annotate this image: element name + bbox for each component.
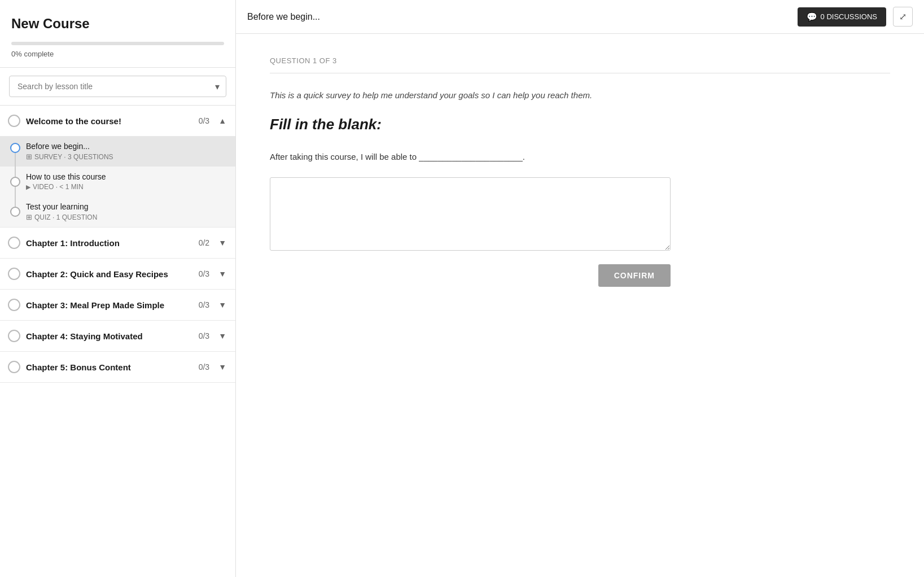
lesson-type-label-2: VIDEO · < 1 MIN: [33, 183, 84, 191]
chapter-name-ch2: Chapter 2: Quick and Easy Recipes: [26, 269, 193, 279]
chevron-down-icon-ch2: ▼: [218, 269, 226, 278]
chapter-item-ch3: Chapter 3: Meal Prep Made Simple 0/3 ▼: [0, 290, 235, 321]
lesson-item-test-your-learning[interactable]: Test your learning ⊞ QUIZ · 1 QUESTION: [0, 196, 235, 227]
lesson-line-col-1: [9, 136, 21, 167]
question-text: After taking this course, I will be able…: [270, 150, 890, 164]
chapter-progress-ch2: 0/3: [199, 269, 209, 278]
chapter-header-ch5[interactable]: Chapter 5: Bonus Content 0/3 ▼: [0, 352, 235, 382]
lesson-meta-before-we-begin: ⊞ SURVEY · 3 QUESTIONS: [26, 152, 226, 161]
chapter-name-ch4: Chapter 4: Staying Motivated: [26, 331, 193, 341]
chapter-header-ch1[interactable]: Chapter 1: Introduction 0/2 ▼: [0, 228, 235, 258]
chapter-name-ch1: Chapter 1: Introduction: [26, 238, 193, 248]
lesson-line-col-2: [9, 167, 21, 196]
chapter-list: Welcome to the course! 0/3 ▲ Before we b…: [0, 106, 235, 577]
chapter-name-ch5: Chapter 5: Bonus Content: [26, 362, 193, 372]
question-counter: QUESTION 1 OF 3: [270, 56, 890, 65]
welcome-lessons: Before we begin... ⊞ SURVEY · 3 QUESTION…: [0, 136, 235, 227]
chapter-progress-ch3: 0/3: [199, 300, 209, 309]
lesson-text-test-your-learning: Test your learning ⊞ QUIZ · 1 QUESTION: [26, 196, 226, 227]
chapter-header-ch4[interactable]: Chapter 4: Staying Motivated 0/3 ▼: [0, 321, 235, 351]
course-title: New Course: [11, 16, 224, 32]
chevron-up-icon: ▲: [218, 116, 226, 125]
discussions-button[interactable]: 💬 0 DISCUSSIONS: [798, 7, 886, 27]
chapter-progress-ch1: 0/2: [199, 238, 209, 247]
lesson-dot-3: [10, 207, 20, 217]
answer-textarea[interactable]: [270, 177, 671, 251]
lesson-type-label-3: QUIZ · 1 QUESTION: [34, 213, 97, 221]
chapter-circle-welcome: [8, 115, 20, 127]
v-seg-top-2: [15, 167, 16, 177]
lesson-dot-1: [10, 143, 20, 153]
chapter-item-ch5: Chapter 5: Bonus Content 0/3 ▼: [0, 352, 235, 383]
main-content: Before we begin... 💬 0 DISCUSSIONS ⤢ QUE…: [236, 0, 924, 577]
chevron-down-icon-ch5: ▼: [218, 362, 226, 371]
question-instruction: This is a quick survey to help me unders…: [270, 89, 890, 102]
v-seg-3: [15, 217, 16, 227]
v-seg-2: [15, 187, 16, 197]
confirm-row: CONFIRM: [270, 264, 671, 287]
lesson-line-col-3: [9, 196, 21, 227]
confirm-button[interactable]: CONFIRM: [598, 264, 671, 287]
chapter-header-ch3[interactable]: Chapter 3: Meal Prep Made Simple 0/3 ▼: [0, 290, 235, 320]
discussions-label: 0 DISCUSSIONS: [821, 12, 877, 21]
video-icon: ▶: [26, 183, 30, 191]
quiz-icon: ⊞: [26, 213, 32, 221]
chevron-down-icon-ch4: ▼: [218, 331, 226, 340]
chapter-circle-ch2: [8, 268, 20, 280]
progress-bar-container: [11, 42, 224, 45]
chapter-name-ch3: Chapter 3: Meal Prep Made Simple: [26, 300, 193, 310]
chapter-header-welcome[interactable]: Welcome to the course! 0/3 ▲: [0, 106, 235, 136]
chat-icon: 💬: [807, 12, 817, 22]
lesson-item-before-we-begin[interactable]: Before we begin... ⊞ SURVEY · 3 QUESTION…: [0, 136, 235, 167]
chapter-circle-ch1: [8, 237, 20, 249]
chapter-item-ch2: Chapter 2: Quick and Easy Recipes 0/3 ▼: [0, 259, 235, 290]
question-prompt: Fill in the blank:: [270, 116, 890, 133]
survey-icon: ⊞: [26, 152, 32, 161]
chapter-item-ch1: Chapter 1: Introduction 0/2 ▼: [0, 228, 235, 259]
chapter-progress-welcome: 0/3: [199, 116, 209, 125]
question-divider: [270, 73, 890, 73]
chapter-progress-ch4: 0/3: [199, 331, 209, 340]
lesson-heading: Before we begin...: [247, 12, 320, 22]
search-container[interactable]: ▾: [0, 68, 235, 106]
lesson-text-how-to-use: How to use this course ▶ VIDEO · < 1 MIN: [26, 167, 226, 196]
chapter-circle-ch4: [8, 330, 20, 342]
chapter-header-ch2[interactable]: Chapter 2: Quick and Easy Recipes 0/3 ▼: [0, 259, 235, 289]
v-seg-1: [15, 153, 16, 167]
chapter-item-welcome: Welcome to the course! 0/3 ▲ Before we b…: [0, 106, 235, 228]
lesson-text-before-we-begin: Before we begin... ⊞ SURVEY · 3 QUESTION…: [26, 136, 226, 167]
chevron-down-icon-ch1: ▼: [218, 238, 226, 247]
progress-label: 0% complete: [11, 50, 224, 58]
chapter-circle-ch5: [8, 361, 20, 373]
chapter-circle-ch3: [8, 299, 20, 311]
lesson-meta-how-to-use: ▶ VIDEO · < 1 MIN: [26, 183, 226, 191]
header-actions: 💬 0 DISCUSSIONS ⤢: [798, 7, 913, 27]
chapter-progress-ch5: 0/3: [199, 362, 209, 371]
chapter-name-welcome: Welcome to the course!: [26, 116, 193, 126]
expand-icon: ⤢: [899, 11, 907, 22]
chapter-item-ch4: Chapter 4: Staying Motivated 0/3 ▼: [0, 321, 235, 352]
lesson-dot-2: [10, 177, 20, 187]
lesson-type-label: SURVEY · 3 QUESTIONS: [34, 153, 113, 161]
quiz-content: QUESTION 1 OF 3 This is a quick survey t…: [236, 34, 924, 577]
lesson-item-how-to-use[interactable]: How to use this course ▶ VIDEO · < 1 MIN: [0, 167, 235, 196]
fullscreen-button[interactable]: ⤢: [893, 7, 913, 27]
lesson-title-how-to-use: How to use this course: [26, 172, 226, 181]
lesson-title-before-we-begin: Before we begin...: [26, 142, 226, 151]
main-header: Before we begin... 💬 0 DISCUSSIONS ⤢: [236, 0, 924, 34]
v-seg-top-3: [15, 196, 16, 207]
sidebar-header: New Course 0% complete: [0, 0, 235, 68]
lesson-meta-test-your-learning: ⊞ QUIZ · 1 QUESTION: [26, 213, 226, 221]
search-input[interactable]: [9, 76, 226, 97]
chevron-down-icon-ch3: ▼: [218, 300, 226, 309]
sidebar: New Course 0% complete ▾ Welcome to the …: [0, 0, 236, 577]
lesson-title-test-your-learning: Test your learning: [26, 202, 226, 211]
